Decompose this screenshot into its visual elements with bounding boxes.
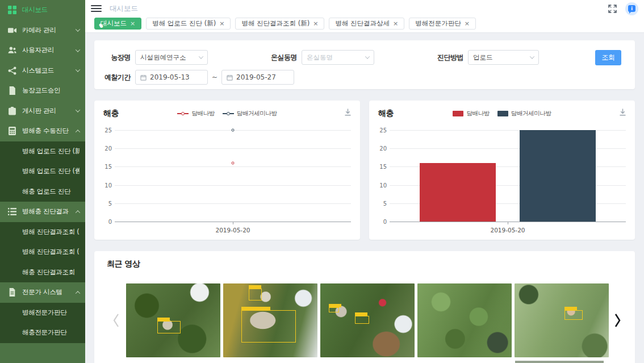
tab-close-icon[interactable]: × — [313, 20, 318, 27]
gridline — [115, 148, 351, 149]
chevron-down-icon — [76, 108, 80, 112]
sidebar-item-label: 전문가 시스템 — [22, 288, 76, 297]
period-end-input[interactable]: 2019-05-27 — [221, 70, 294, 85]
plant-photo-2[interactable] — [223, 283, 317, 357]
tab-bar: ●대시보드×병해 업로드 진단 (新)×병해 진단결과조회 (新)×병해 진단결… — [85, 17, 644, 33]
chevron-up-icon — [76, 291, 80, 295]
y-axis-tick: 0 — [98, 219, 112, 225]
sidebar-item-8[interactable]: 병해 업로드 진단 (舊) — [0, 161, 85, 182]
tab-close-icon[interactable]: × — [130, 20, 135, 27]
sidebar-item-16[interactable]: 해충전문가판단 — [0, 323, 85, 343]
chevron-up-icon — [76, 130, 80, 134]
sidebar-item-label: 병해충 진단결과 — [22, 207, 76, 216]
legend-line-marker — [223, 112, 234, 115]
sidebar-item-12[interactable]: 병해 진단결과조회 (舊) — [0, 242, 85, 262]
topbar: 대시보드 i — [85, 0, 644, 17]
sidebar-item-9[interactable]: 해충 업로드 진단 — [0, 182, 85, 202]
greenhouse-label: 온실동명 — [267, 53, 297, 62]
detection-label — [157, 318, 170, 321]
detection-box — [157, 321, 181, 333]
pest-bar-chart-card: 해충 담배나방담배거세미나방 0510152025 2019-05-20 — [369, 101, 635, 240]
carousel-next-icon[interactable] — [613, 312, 622, 328]
sidebar-item-4[interactable]: 농장코드승인 — [0, 81, 85, 101]
legend-label: 담배나방 — [191, 110, 214, 118]
x-axis-tick — [508, 222, 508, 224]
carousel-prev-icon[interactable] — [111, 312, 120, 328]
main-area: 대시보드 i ●대시보드×병해 업로드 진단 (新)×병해 진단결과조회 (新)… — [85, 0, 644, 363]
detection-label — [241, 307, 271, 310]
diagnosis-method-label: 진단방법 — [434, 53, 463, 62]
detection-box — [564, 310, 583, 320]
sidebar-item-label: 병해충 수동진단 — [22, 127, 76, 135]
search-button[interactable]: 조회 — [595, 50, 621, 65]
plant-photo-4[interactable] — [417, 283, 512, 357]
y-axis-tick: 10 — [98, 182, 112, 189]
sidebar-item-label: 시스템코드 — [22, 66, 76, 75]
chevron-down-icon — [76, 68, 80, 72]
sidebar-item-10[interactable]: 병해충 진단결과 — [0, 202, 85, 222]
legend-label: 담배거세미나방 — [511, 110, 551, 118]
period-start-input[interactable]: 2019-05-13 — [135, 70, 208, 85]
diagnosis-method-select[interactable]: 업로드 — [468, 50, 539, 65]
filter-panel: 농장명 시설원예연구소 온실동명 온실동명 진단방법 업로드 — [94, 40, 635, 89]
tab-2[interactable]: 병해 진단결과조회 (新)× — [235, 18, 324, 30]
tab-close-icon[interactable]: × — [465, 20, 470, 27]
greenhouse-select[interactable]: 온실동명 — [302, 50, 374, 65]
y-axis-tick: 0 — [373, 219, 387, 225]
tab-label: 병해 진단결과상세 — [335, 19, 390, 28]
detection-box — [241, 310, 296, 343]
sidebar-item-1[interactable]: 카메라 관리 — [0, 20, 85, 41]
bar-담배나방 — [420, 163, 496, 222]
tab-close-icon[interactable]: × — [219, 20, 224, 27]
legend-rect-marker — [453, 111, 463, 116]
sidebar-item-6[interactable]: 병해충 수동진단 — [0, 121, 85, 141]
plant-photo-5[interactable] — [515, 283, 609, 357]
chat-info-icon[interactable]: i — [625, 2, 638, 15]
sidebar-item-5[interactable]: 게시판 관리 — [0, 101, 85, 122]
legend-item[interactable]: 담배나방 — [453, 110, 489, 118]
farm-name-select[interactable]: 시설원예연구소 — [135, 50, 208, 65]
detection-label — [564, 307, 577, 310]
gridline — [115, 203, 351, 204]
pest-scatter-chart-card: 해충 담배나방담배거세미나방 0510152025 2019-05-20 — [94, 101, 360, 240]
tab-label: 병해전문가판단 — [415, 19, 461, 28]
detection-label — [329, 304, 341, 307]
download-icon[interactable] — [618, 108, 627, 116]
plant-photo-1[interactable] — [126, 283, 220, 357]
chevron-up-icon — [76, 210, 80, 215]
bar-담배거세미나방 — [520, 130, 596, 222]
tab-0[interactable]: ●대시보드× — [94, 18, 141, 30]
sidebar-item-0[interactable]: 대시보드 — [0, 0, 85, 20]
legend-item[interactable]: 담배나방 — [177, 110, 214, 118]
sidebar-item-7[interactable]: 병해 업로드 진단 (新) — [0, 141, 85, 162]
x-axis-label: 2019-05-20 — [390, 227, 626, 233]
legend-item[interactable]: 담배거세미나방 — [497, 110, 551, 118]
charts-row: 해충 담배나방담배거세미나방 0510152025 2019-05-20 해충 … — [94, 101, 635, 240]
sidebar-item-label: 사용자관리 — [22, 46, 76, 55]
download-icon[interactable] — [344, 108, 352, 116]
content: 농장명 시설원예연구소 온실동명 온실동명 진단방법 업로드 — [85, 33, 644, 363]
fullscreen-icon[interactable] — [608, 4, 617, 14]
sidebar-item-2[interactable]: 사용자관리 — [0, 40, 85, 61]
board-icon — [8, 107, 16, 115]
tab-4[interactable]: 병해전문가판단× — [409, 18, 476, 30]
document-icon — [8, 86, 16, 95]
tab-3[interactable]: 병해 진단결과상세× — [329, 18, 404, 30]
hamburger-menu-icon[interactable] — [91, 5, 102, 12]
tab-label: 병해 업로드 진단 (新) — [152, 19, 216, 28]
tab-close-icon[interactable]: × — [393, 20, 398, 27]
detection-label — [355, 312, 367, 316]
sidebar-item-3[interactable]: 시스템코드 — [0, 61, 85, 81]
sidebar-item-14[interactable]: 전문가 시스템 — [0, 282, 85, 303]
sidebar-item-13[interactable]: 해충 진단결과조회 — [0, 262, 85, 283]
tab-1[interactable]: 병해 업로드 진단 (新)× — [146, 18, 231, 30]
period-label: 예찰기간 — [103, 73, 131, 82]
breadcrumb: 대시보드 — [110, 4, 138, 14]
sidebar-item-11[interactable]: 병해 진단결과조회 (新) — [0, 222, 85, 243]
plant-photo-3[interactable] — [320, 283, 415, 357]
sidebar-item-15[interactable]: 병해전문가판단 — [0, 303, 85, 323]
legend-item[interactable]: 담배거세미나방 — [223, 110, 277, 118]
y-axis-tick: 15 — [98, 164, 112, 170]
sidebar-item-label: 병해 업로드 진단 (新) — [22, 147, 80, 156]
plant-photo-partial[interactable] — [515, 361, 604, 363]
